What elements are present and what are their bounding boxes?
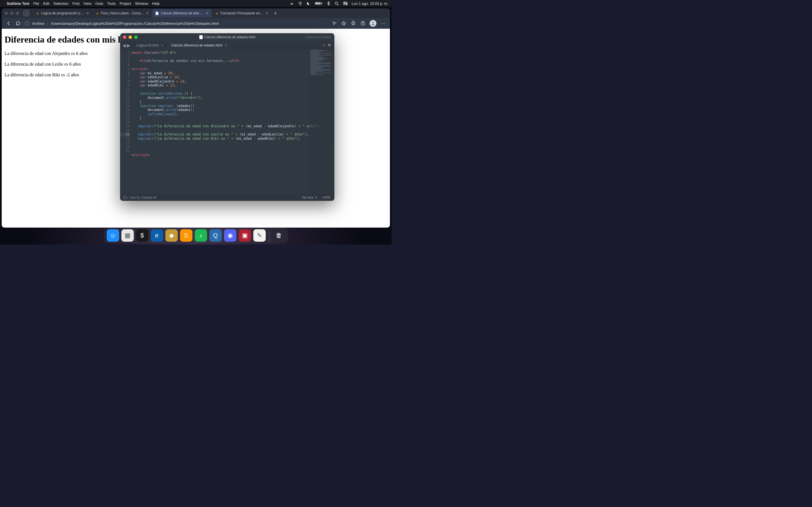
editor-body: 1234567891011121314151617181920212223242… [120, 50, 335, 194]
status-tab-size[interactable]: Tab Size: 4 [302, 196, 317, 199]
menu-file[interactable]: File [33, 1, 39, 6]
moon-icon[interactable] [306, 1, 311, 6]
status-cursor-position[interactable]: Line 21, Column 47 [130, 196, 156, 199]
sublime-window: Calculo diferencia de edades.html UNREGI… [120, 33, 335, 201]
minimize-dot-icon[interactable] [10, 11, 13, 15]
tab-close-icon[interactable]: ✕ [161, 44, 163, 47]
sublime-title-text: Calculo diferencia de edades.html [204, 35, 255, 39]
nav-forward-icon[interactable]: ▶ [127, 43, 130, 48]
browser-address-bar: i Archivo | /Users/amaury/Desktop/Logica… [2, 18, 390, 29]
control-center-icon[interactable] [343, 1, 348, 6]
browser-tab-active[interactable]: 📄 Calculo diferencia de edades.h ✕ [152, 9, 211, 17]
wifi-icon[interactable] [298, 1, 303, 6]
minimap[interactable] [309, 50, 335, 194]
bluetooth-icon[interactable] [326, 1, 331, 6]
menu-view[interactable]: View [84, 1, 91, 6]
line-number-gutter: 1234567891011121314151617181920212223242… [120, 50, 132, 194]
collections-icon[interactable] [360, 20, 366, 26]
macos-dock: ☺▦$e◆S♪Q◉▣✎🗑 [104, 228, 288, 243]
dock-app-discord[interactable]: ◉ [224, 229, 236, 242]
url-field[interactable]: i Archivo | /Users/amaury/Desktop/Logica… [25, 19, 327, 27]
menu-project[interactable]: Project [120, 1, 131, 6]
dock-app-sublime[interactable]: S [180, 229, 192, 242]
close-dot-icon[interactable] [4, 11, 8, 15]
dock-app-game[interactable]: ▣ [239, 229, 251, 242]
reading-list-icon[interactable] [350, 20, 356, 26]
svg-rect-3 [321, 3, 322, 4]
profile-avatar[interactable] [370, 20, 376, 27]
zoom-dot-icon[interactable] [16, 11, 19, 15]
editor-tab-label: Logica-03.html [137, 43, 159, 47]
favicon-icon: a [95, 11, 99, 15]
browser-titlebar: a Lógica de programación parte ✕ a Foro … [2, 8, 390, 18]
site-info-icon[interactable]: i [25, 21, 29, 25]
svg-point-10 [346, 4, 347, 4]
tab-label: Formación Principiante en Prog [220, 11, 264, 15]
url-scheme-label: Archivo [32, 21, 44, 25]
svg-line-6 [338, 4, 339, 5]
tab-add-controls[interactable]: + ▼ [320, 41, 335, 50]
browser-traffic-lights[interactable] [4, 11, 19, 15]
nav-back-forward[interactable]: ◀ ▶ [120, 41, 133, 50]
unregistered-label: UNREGISTERED [305, 36, 332, 39]
svg-point-0 [292, 4, 292, 4]
more-menu-icon[interactable]: ⋯ [380, 20, 386, 26]
tab-dropdown-icon[interactable]: ▼ [327, 43, 332, 48]
status-syntax[interactable]: HTML [322, 196, 331, 199]
tab-overview-icon[interactable] [24, 10, 29, 16]
dock-app-edge[interactable]: e [151, 229, 163, 242]
tab-label: Calculo diferencia de edades.h [161, 11, 204, 15]
browser-tabstrip: a Lógica de programación parte ✕ a Foro … [24, 8, 387, 18]
dock-app-terminal[interactable]: $ [136, 229, 148, 242]
menubar-clock[interactable]: Lun 1 ago. 10:03 p. m. [352, 1, 388, 6]
tab-close-icon[interactable]: ✕ [86, 11, 89, 15]
menu-edit[interactable]: Edit [43, 1, 49, 6]
favorites-icon[interactable] [341, 20, 347, 26]
panel-toggle-icon[interactable] [123, 196, 127, 199]
spotlight-icon[interactable] [335, 1, 339, 6]
menu-find[interactable]: Find [72, 1, 80, 6]
url-separator: | [47, 21, 48, 25]
dock-app-spotify[interactable]: ♪ [195, 229, 207, 242]
new-tab-button[interactable]: + [272, 10, 280, 16]
editor-tab[interactable]: Logica-03.html ✕ [133, 41, 167, 50]
tab-label: Lógica de programación parte [41, 11, 85, 15]
favicon-icon: a [36, 11, 40, 15]
dock-app-notes[interactable]: ✎ [253, 229, 266, 242]
read-aloud-icon[interactable] [331, 20, 337, 26]
dock-app-finder[interactable]: ☺ [107, 229, 119, 242]
nav-back-icon[interactable]: ◀ [122, 43, 126, 48]
tab-close-icon[interactable]: ✕ [206, 11, 209, 15]
add-tab-icon[interactable]: + [323, 43, 325, 48]
menu-tools[interactable]: Tools [107, 1, 116, 6]
dock-trash[interactable]: 🗑 [273, 229, 285, 242]
browser-tab[interactable]: a Lógica de programación parte ✕ [33, 9, 92, 17]
menu-help[interactable]: Help [152, 1, 160, 6]
tab-close-icon[interactable]: ✕ [266, 11, 268, 15]
svg-point-1 [300, 4, 301, 5]
menu-goto[interactable]: Goto [95, 1, 103, 6]
svg-point-16 [372, 22, 374, 23]
battery-icon[interactable] [315, 1, 322, 6]
tab-close-icon[interactable]: ✕ [225, 44, 227, 47]
refresh-button[interactable] [15, 20, 21, 26]
code-area[interactable]: <meta charset="utf-8"> <h1>Diferencia de… [132, 50, 335, 194]
sublime-title: Calculo diferencia de edades.html [120, 35, 335, 39]
airdrop-icon[interactable] [290, 1, 294, 6]
sublime-statusbar: Line 21, Column 47 Tab Size: 4 HTML [120, 194, 335, 201]
url-path: /Users/amaury/Desktop/Logica%20de%20Prog… [51, 21, 219, 25]
favicon-icon: 📄 [155, 11, 159, 15]
browser-tab[interactable]: a Formación Principiante en Prog ✕ [212, 9, 271, 17]
menu-window[interactable]: Window [135, 1, 148, 6]
menubar-app-name[interactable]: Sublime Text [7, 1, 29, 6]
browser-tab[interactable]: a Foro | Alura Latam - Cursos on ✕ [93, 9, 152, 17]
back-button[interactable] [6, 20, 11, 26]
tab-close-icon[interactable]: ✕ [146, 11, 149, 15]
dock-app-league[interactable]: ◆ [165, 229, 177, 242]
editor-tab-active[interactable]: Calculo diferencia de edades.html ✕ [167, 41, 231, 50]
dock-app-launchpad[interactable]: ▦ [121, 229, 134, 242]
document-icon [199, 35, 203, 39]
dock-app-quicktime[interactable]: Q [209, 229, 221, 242]
sublime-titlebar[interactable]: Calculo diferencia de edades.html UNREGI… [120, 33, 335, 41]
menu-selection[interactable]: Selection [53, 1, 68, 6]
